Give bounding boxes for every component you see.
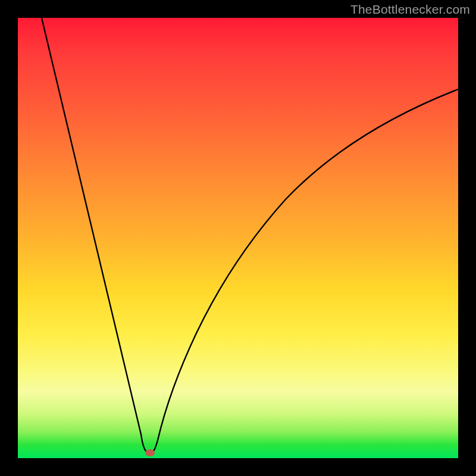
bottleneck-curve: [42, 18, 458, 452]
gradient-plot-area: [18, 18, 458, 458]
watermark-text: TheBottlenecker.com: [350, 2, 470, 17]
bottleneck-curve-svg: [18, 18, 458, 458]
min-point-marker: [145, 449, 155, 456]
frame: TheBottlenecker.com: [0, 0, 476, 476]
